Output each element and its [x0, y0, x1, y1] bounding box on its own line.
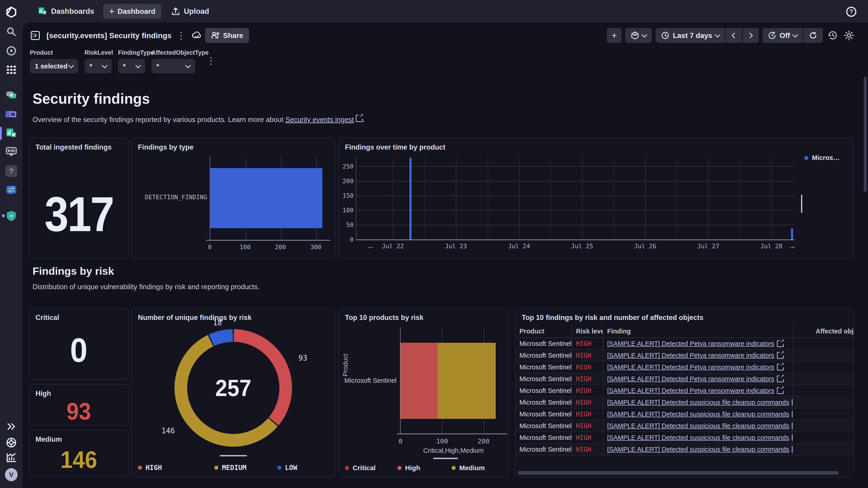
detection-finding-bar[interactable]	[210, 168, 322, 228]
new-dashboard-button[interactable]: + Dashboard	[103, 4, 161, 19]
y-tick: 200	[342, 177, 353, 184]
affected-cell	[793, 350, 854, 361]
col-finding[interactable]: Finding	[603, 325, 793, 337]
table-row[interactable]: Microsoft Sentinel HIGH [SAMPLE ALERT] D…	[515, 350, 854, 361]
scope-selector[interactable]	[625, 28, 652, 43]
finding-link[interactable]: [SAMPLE ALERT] Detected suspicious file …	[607, 399, 793, 406]
legend-item-high[interactable]: High	[397, 464, 452, 472]
chevron-down-icon	[642, 32, 647, 37]
services-icon[interactable]	[5, 108, 18, 121]
pan-right-arrow[interactable]: →	[788, 242, 796, 251]
table-row[interactable]: Microsoft Sentinel HIGH [SAMPLE ALERT] D…	[515, 397, 854, 409]
integrations-icon[interactable]	[5, 184, 18, 196]
finding-link[interactable]: [SAMPLE ALERT] Detected Petya ransomware…	[607, 387, 784, 394]
refresh-button[interactable]	[803, 28, 823, 43]
clock-icon	[661, 31, 670, 40]
table-row[interactable]: Microsoft Sentinel HIGH [SAMPLE ALERT] D…	[515, 409, 854, 420]
pan-left-arrow[interactable]: ←	[367, 242, 375, 251]
panel-resize-handle[interactable]	[433, 458, 458, 459]
search-icon[interactable]	[5, 25, 18, 38]
auto-refresh-selector[interactable]: Off	[763, 28, 803, 43]
table-row[interactable]: Microsoft Sentinel HIGH [SAMPLE ALERT] D…	[515, 373, 854, 385]
time-forward-button[interactable]	[743, 28, 759, 43]
dashboards-nav-icon[interactable]	[5, 127, 18, 140]
product-filter-select[interactable]: 1 selected	[30, 59, 78, 73]
col-affected-obj[interactable]: Affected obj	[793, 325, 854, 337]
expand-sidebar-icon[interactable]	[5, 420, 18, 433]
filters-menu-kebab[interactable]: ⋮	[202, 56, 220, 65]
pipes-icon[interactable]	[5, 89, 18, 101]
sentinel-spike-jul28[interactable]	[791, 228, 793, 239]
table-row[interactable]: Microsoft Sentinel HIGH [SAMPLE ALERT] D…	[515, 444, 854, 455]
cloud-sync-icon[interactable]	[191, 29, 203, 42]
legend-item-high[interactable]: HIGH	[138, 464, 214, 471]
time-range-selector[interactable]: Last 7 days	[655, 28, 725, 43]
avatar-initial: V	[5, 468, 18, 481]
usage-chart-icon[interactable]	[5, 451, 18, 464]
security-shield-icon[interactable]: ∞	[5, 209, 18, 222]
finding-link[interactable]: [SAMPLE ALERT] Detected suspicious file …	[607, 411, 793, 418]
legend-scrollbar[interactable]	[801, 195, 802, 213]
risk-cell: HIGH	[572, 432, 603, 443]
time-back-button[interactable]	[725, 28, 742, 43]
history-icon[interactable]	[827, 29, 839, 42]
x-axis-line	[206, 240, 331, 240]
filter-label: RiskLevel	[85, 49, 112, 56]
cube-icon	[631, 31, 639, 40]
stacked-bar[interactable]	[401, 343, 502, 419]
findingtype-filter-select[interactable]: *	[118, 59, 145, 73]
high-value: 93	[33, 400, 125, 422]
finding-link[interactable]: [SAMPLE ALERT] Detected suspicious file …	[607, 422, 793, 430]
queries-icon[interactable]	[5, 44, 18, 57]
legend-item-medium[interactable]: Medium	[452, 464, 485, 472]
table-horizontal-scrollbar[interactable]	[518, 471, 839, 475]
finding-link[interactable]: [SAMPLE ALERT] Detected Petya ransomware…	[607, 375, 784, 383]
help-square-icon[interactable]: ?	[5, 165, 18, 177]
product-cell: Microsoft Sentinel	[515, 420, 572, 431]
table-row[interactable]: Microsoft Sentinel HIGH [SAMPLE ALERT] D…	[515, 338, 854, 350]
panel-resize-handle[interactable]	[220, 455, 247, 456]
share-button[interactable]: Share	[205, 28, 249, 43]
app-logo-icon[interactable]	[5, 6, 18, 19]
page-scrollbar[interactable]	[864, 77, 867, 192]
table-row[interactable]: Microsoft Sentinel HIGH [SAMPLE ALERT] D…	[515, 432, 854, 444]
monitoring-icon[interactable]	[5, 145, 18, 158]
legend-label: Medium	[459, 464, 485, 472]
table-row[interactable]: Microsoft Sentinel HIGH [SAMPLE ALERT] D…	[515, 361, 854, 373]
affectedobjecttype-filter-select[interactable]: *	[151, 59, 195, 73]
user-avatar[interactable]: V	[5, 468, 18, 481]
finding-link[interactable]: [SAMPLE ALERT] Detected Petya ransomware…	[607, 340, 784, 348]
security-events-ingest-link[interactable]: Security events ingest	[285, 116, 354, 124]
panel-toggle-icon[interactable]	[30, 30, 41, 41]
risklevel-filter-select[interactable]: *	[85, 59, 112, 73]
legend-item-medium[interactable]: MEDIUM	[214, 464, 277, 471]
time-chart-legend[interactable]: Micros…	[804, 154, 839, 162]
tab-dashboards[interactable]: Dashboards	[37, 6, 94, 16]
table-row[interactable]: Microsoft Sentinel HIGH [SAMPLE ALERT] D…	[515, 420, 854, 432]
legend-item-critical[interactable]: Critical	[345, 464, 397, 472]
table-row[interactable]: Microsoft Sentinel HIGH [SAMPLE ALERT] D…	[515, 385, 854, 397]
support-lifebuoy-icon[interactable]	[5, 436, 18, 449]
finding-link[interactable]: [SAMPLE ALERT] Detected Petya ransomware…	[607, 363, 784, 371]
gear-icon[interactable]	[843, 29, 855, 42]
product-cell: Microsoft Sentinel	[515, 361, 572, 373]
section-description: Distribution of unique vulnerability fin…	[33, 283, 260, 291]
col-product[interactable]: Product	[515, 325, 572, 337]
finding-link[interactable]: [SAMPLE ALERT] Detected Petya ransomware…	[607, 352, 784, 359]
upload-button[interactable]: Upload	[171, 7, 209, 16]
apps-grid-icon[interactable]	[5, 64, 18, 76]
col-risk-level[interactable]: Risk level	[572, 325, 603, 337]
finding-link[interactable]: [SAMPLE ALERT] Detected suspicious file …	[607, 446, 793, 453]
product-cell: Microsoft Sentinel	[515, 338, 572, 349]
donut-chart[interactable]: 257 18 93 146	[175, 329, 292, 447]
filter-label: FindingType	[118, 49, 145, 56]
y-tick: 0	[350, 236, 353, 243]
dashboard-menu-kebab[interactable]: ⋮	[172, 31, 191, 40]
legend-item-low[interactable]: LOW	[277, 464, 297, 471]
help-icon[interactable]: ?	[845, 5, 858, 18]
sentinel-spike-jul22[interactable]	[410, 158, 412, 239]
add-panel-button[interactable]: +	[607, 28, 622, 43]
finding-link[interactable]: [SAMPLE ALERT] Detected suspicious file …	[607, 434, 793, 442]
product-cell: Microsoft Sentinel	[515, 432, 572, 443]
external-link-icon	[777, 376, 784, 382]
